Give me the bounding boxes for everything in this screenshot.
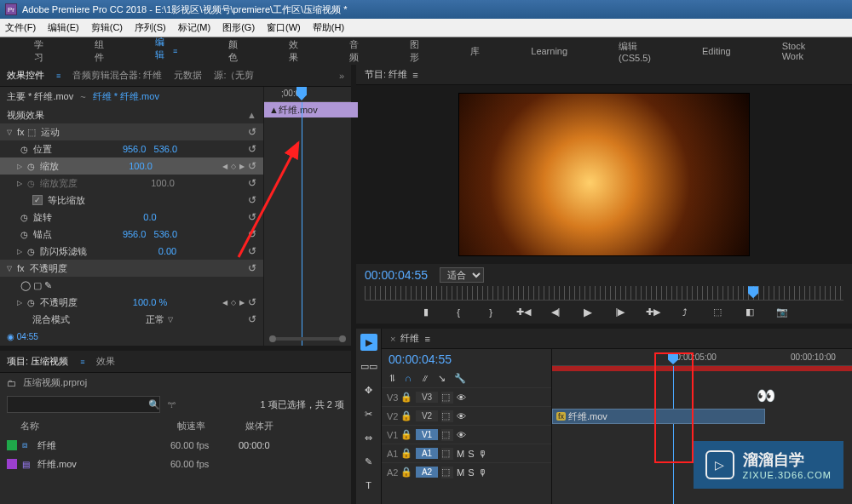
next-keyframe-button[interactable]: ▶ <box>239 163 245 170</box>
prev-frame-button[interactable]: ◀| <box>549 306 562 318</box>
disclosure-icon[interactable]: ▷ <box>17 299 22 306</box>
ws-effects[interactable]: 效果 <box>289 38 298 64</box>
linked-sel-icon[interactable]: ⫽ <box>420 373 429 384</box>
prev-keyframe-button[interactable]: ◀ <box>222 163 227 170</box>
ws-menu-icon[interactable]: ≡ <box>173 47 177 55</box>
uniform-scale-checkbox[interactable]: ✓ <box>32 195 43 205</box>
sync-lock[interactable]: ⬚ <box>441 410 453 422</box>
program-timecode[interactable]: 00:00:04:55 <box>365 268 428 282</box>
stopwatch-icon[interactable]: ◷ <box>20 145 28 154</box>
extract-button[interactable]: ⬚ <box>711 306 724 318</box>
ripple-tool[interactable]: ✥ <box>360 381 377 398</box>
panel-menu-icon[interactable]: ≡ <box>424 334 429 344</box>
stopwatch-icon[interactable]: ◷ <box>20 213 28 222</box>
pen-tool[interactable]: ✎ <box>360 453 377 470</box>
reset-button[interactable]: ↺ <box>248 313 256 325</box>
lock-icon[interactable]: 🔒 <box>400 392 412 403</box>
snapshot-button[interactable]: 📷 <box>775 306 789 318</box>
ws-assembly[interactable]: 组件 <box>95 38 104 64</box>
sync-lock[interactable]: ⬚ <box>441 448 453 460</box>
reset-button[interactable]: ↺ <box>248 194 256 206</box>
export-frame-button[interactable]: ◧ <box>743 306 757 318</box>
ws-library[interactable]: 库 <box>470 45 480 58</box>
menu-edit[interactable]: 编辑(E) <box>48 21 79 34</box>
disclosure-icon[interactable]: ▷ <box>17 163 22 170</box>
slip-tool[interactable]: ⇔ <box>360 429 377 446</box>
ws-learn[interactable]: 学习 <box>34 38 43 64</box>
reset-button[interactable]: ↺ <box>248 262 256 274</box>
panel-menu-icon[interactable]: ≡ <box>56 72 60 80</box>
lock-icon[interactable]: 🔒 <box>400 448 412 459</box>
panel-menu-icon[interactable]: ≡ <box>412 70 417 80</box>
stopwatch-icon[interactable]: ◷ <box>20 230 28 239</box>
nest-icon[interactable]: ⥮ <box>389 373 396 384</box>
ws-learning[interactable]: Learning <box>531 46 567 56</box>
effect-controls-timeline[interactable]: ;00:00 ▲ 纤维.mov <box>264 87 351 346</box>
step-fwd-button[interactable]: ✚▶ <box>646 306 659 318</box>
tab-sequence[interactable]: 纤维 <box>400 332 419 345</box>
zoom-handle-right[interactable] <box>339 335 346 342</box>
mic-icon[interactable]: 🎙 <box>478 467 487 478</box>
mic-icon[interactable]: 🎙 <box>478 449 487 459</box>
tab-effects[interactable]: 效果 <box>96 355 115 368</box>
timeline-ruler[interactable]: 00:00:05:00 00:00:10:00 00:00:15 <box>552 349 852 366</box>
sync-lock[interactable]: ⬚ <box>441 392 453 404</box>
clip-link[interactable]: 纤维 * 纤维.mov <box>93 90 159 103</box>
opacity-value[interactable]: 100.0 % <box>133 297 167 307</box>
prev-keyframe-button[interactable]: ◀ <box>222 299 227 306</box>
sync-lock[interactable]: ⬚ <box>441 429 453 441</box>
tab-metadata[interactable]: 元数据 <box>174 69 202 82</box>
mark-out-button[interactable]: { <box>452 307 465 318</box>
zoom-select[interactable]: 适合 <box>440 267 484 283</box>
tab-program[interactable]: 节目: 纤维 <box>365 68 407 81</box>
tab-effect-controls[interactable]: 效果控件 <box>7 69 44 82</box>
table-row[interactable]: ⧈纤维 60.00 fps 00:00:0 <box>0 436 351 455</box>
marker-icon[interactable]: ↘ <box>438 373 446 384</box>
selection-tool[interactable]: ▶ <box>360 334 377 351</box>
panel-menu-icon[interactable]: ≡ <box>80 358 84 366</box>
stopwatch-icon[interactable]: ◷ <box>27 247 35 256</box>
video-viewport[interactable] <box>356 85 852 264</box>
next-keyframe-button[interactable]: ▶ <box>239 299 245 306</box>
lift-button[interactable]: ⤴ <box>678 307 692 318</box>
reset-position-button[interactable]: ↺ <box>248 143 256 155</box>
ws-graphics[interactable]: 图形 <box>410 38 419 64</box>
add-keyframe-button[interactable]: ◇ <box>231 299 236 306</box>
col-media-start[interactable]: 媒体开 <box>245 420 273 432</box>
lock-icon[interactable]: 🔒 <box>400 429 412 440</box>
razor-tool[interactable]: ✂ <box>360 405 377 422</box>
stopwatch-scale-icon[interactable]: ◷ <box>27 162 35 171</box>
video-effects-header[interactable]: 视频效果 <box>7 109 44 122</box>
add-keyframe-button[interactable]: ◇ <box>231 163 236 170</box>
ws-audio[interactable]: 音频 <box>349 38 359 64</box>
lock-icon[interactable]: V3 <box>387 392 397 403</box>
filter-icon[interactable]: 🝖 <box>167 399 176 410</box>
anchor-y[interactable]: 536.0 <box>154 229 178 239</box>
col-name[interactable]: 名称 <box>7 420 177 432</box>
eye-icon[interactable]: 👁 <box>457 392 466 403</box>
eye-icon[interactable]: 👁 <box>457 430 466 440</box>
disclosure-icon[interactable]: ▷ <box>17 248 22 255</box>
timeline-toggle-icon[interactable]: ▲ <box>247 110 256 120</box>
sync-lock[interactable]: ⬚ <box>441 467 453 478</box>
track-select-tool[interactable]: ▭▭ <box>360 358 377 375</box>
go-in-button[interactable]: } <box>484 307 498 318</box>
menu-file[interactable]: 文件(F) <box>5 21 36 34</box>
overflow-icon[interactable]: » <box>339 71 344 81</box>
snap-icon[interactable]: ∩ <box>405 373 412 384</box>
menu-graphics[interactable]: 图形(G) <box>222 21 255 34</box>
reset-button[interactable]: ↺ <box>248 211 256 223</box>
reset-button[interactable]: ↺ <box>248 245 256 257</box>
tab-audio-mixer[interactable]: 音频剪辑混合器: 纤维 <box>72 69 162 82</box>
ws-edit[interactable]: 编辑 <box>155 36 164 66</box>
reset-scale-button[interactable]: ↺ <box>248 160 256 172</box>
position-x[interactable]: 956.0 <box>123 144 147 154</box>
program-scrubber[interactable] <box>365 286 843 301</box>
reset-button[interactable]: ↺ <box>248 177 256 189</box>
reset-button[interactable]: ↺ <box>248 296 256 308</box>
search-input[interactable] <box>7 396 160 413</box>
label-swatch[interactable] <box>7 440 17 450</box>
eye-icon[interactable]: 👁 <box>457 411 466 421</box>
col-framerate[interactable]: 帧速率 <box>177 420 245 432</box>
track-target[interactable]: V1 <box>416 429 438 440</box>
